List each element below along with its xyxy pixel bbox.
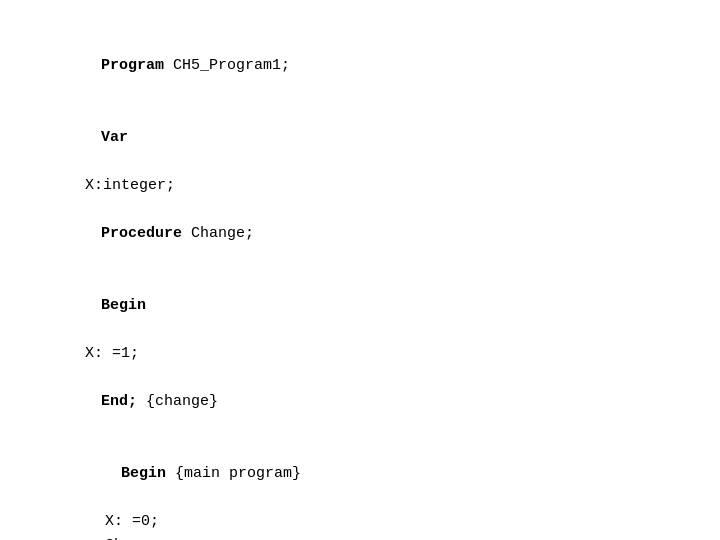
keyword-begin-1: Begin — [101, 297, 146, 314]
keyword-program: Program — [101, 57, 164, 74]
code-line-1-rest: CH5_Program1; — [164, 57, 290, 74]
code-block: Program CH5_Program1; Var X:integer; Pro… — [47, 30, 673, 540]
code-line-6: X: =1; — [47, 342, 673, 366]
code-line-8: Begin {main program} — [47, 438, 673, 510]
code-line-9: X: =0; — [47, 510, 673, 534]
code-line-4: Procedure Change; — [47, 198, 673, 270]
keyword-var: Var — [101, 129, 128, 146]
code-line-10: Change; — [47, 534, 673, 540]
code-line-7-rest: {change} — [137, 393, 218, 410]
code-line-2: Var — [47, 102, 673, 174]
keyword-begin-2: Begin — [121, 465, 166, 482]
keyword-procedure: Procedure — [101, 225, 182, 242]
code-line-1: Program CH5_Program1; — [47, 30, 673, 102]
code-line-8-rest: {main program} — [166, 465, 301, 482]
code-line-7: End; {change} — [47, 366, 673, 438]
keyword-end-1: End; — [101, 393, 137, 410]
code-line-3: X:integer; — [47, 174, 673, 198]
code-line-5: Begin — [47, 270, 673, 342]
code-line-4-rest: Change; — [182, 225, 254, 242]
main-content: Program CH5_Program1; Var X:integer; Pro… — [0, 0, 720, 540]
